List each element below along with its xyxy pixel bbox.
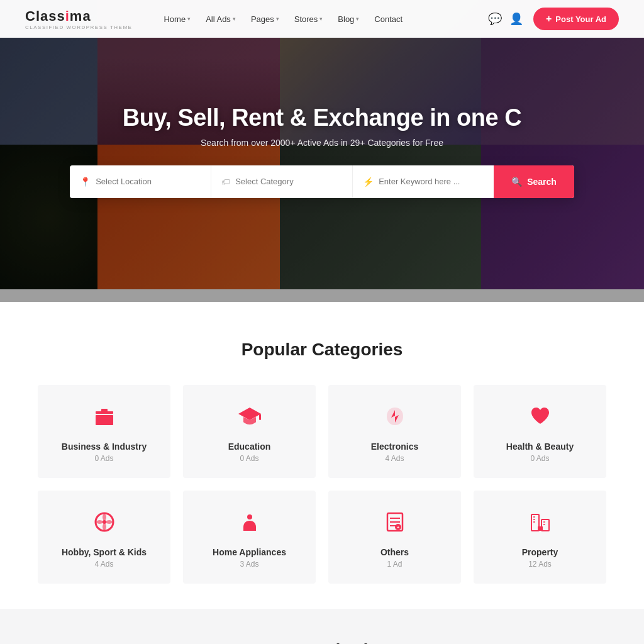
logo[interactable]: Classima Classified WordPress Theme (25, 8, 132, 30)
logo-subtitle: Classified WordPress Theme (25, 25, 132, 30)
hero-section: Buy, Sell, Rent & Exchange in one C Sear… (0, 0, 644, 302)
health-count: 0 Ads (530, 454, 549, 463)
hero-subtitle: Search from over 2000+ Active Ads in 29+… (70, 138, 574, 148)
location-icon: 📍 (80, 177, 91, 187)
category-home-appliances[interactable]: Home Appliances 3 Ads (183, 491, 316, 584)
category-hobby[interactable]: Hobby, Sport & Kids 4 Ads (38, 491, 170, 584)
nav-all-ads[interactable]: All Ads ▾ (199, 12, 242, 26)
others-count: 1 Ad (387, 560, 402, 569)
others-icon: + (384, 511, 406, 538)
hobby-name: Hobby, Sport & Kids (62, 547, 147, 557)
category-property[interactable]: Property 12 Ads (474, 491, 606, 584)
property-count: 12 Ads (528, 560, 552, 569)
header-icons: 💬 👤 (488, 12, 523, 26)
svg-point-6 (103, 520, 106, 524)
category-others[interactable]: + Others 1 Ad (328, 491, 461, 584)
hero-content: Buy, Sell, Rent & Exchange in one C Sear… (57, 104, 587, 198)
svg-rect-4 (259, 414, 261, 420)
health-name: Health & Beauty (506, 441, 574, 452)
search-btn-icon: 🔍 (511, 177, 522, 187)
electronics-icon (384, 405, 406, 433)
svg-rect-1 (96, 415, 113, 425)
featured-ads-section: Featured Ads (0, 609, 644, 644)
home-appliances-count: 3 Ads (240, 560, 258, 569)
chevron-down-icon: ▾ (276, 16, 279, 22)
category-field[interactable]: 🏷 (211, 165, 353, 198)
others-name: Others (380, 547, 409, 557)
header: Classima Classified WordPress Theme Home… (0, 0, 644, 38)
chat-icon[interactable]: 💬 (488, 12, 502, 26)
svg-rect-2 (101, 409, 108, 413)
category-business[interactable]: Business & Industry 0 Ads (38, 385, 170, 478)
keyword-field[interactable]: ⚡ (353, 165, 494, 198)
chevron-down-icon: ▾ (233, 16, 236, 22)
home-appliances-icon (238, 511, 261, 538)
home-appliances-name: Home Appliances (213, 547, 286, 557)
keyword-input[interactable] (379, 177, 484, 186)
category-input[interactable] (235, 177, 342, 186)
electronics-count: 4 Ads (385, 454, 404, 463)
property-icon (529, 511, 552, 538)
search-button[interactable]: 🔍 Search (494, 165, 574, 198)
svg-marker-3 (238, 408, 261, 420)
chevron-down-icon: ▾ (187, 16, 191, 22)
location-input[interactable] (96, 177, 201, 186)
education-name: Education (228, 441, 271, 452)
main-nav: Home ▾ All Ads ▾ Pages ▾ Stores ▾ Blog ▾… (157, 12, 488, 26)
property-name: Property (522, 547, 558, 557)
nav-home[interactable]: Home ▾ (157, 12, 197, 26)
featured-ads-title: Featured Ads (38, 640, 606, 644)
hero-title: Buy, Sell, Rent & Exchange in one C (70, 104, 574, 131)
svg-rect-21 (538, 526, 543, 531)
business-count: 0 Ads (94, 454, 113, 463)
svg-text:+: + (397, 525, 399, 530)
nav-blog[interactable]: Blog ▾ (331, 12, 365, 26)
logo-text: Classima (25, 8, 132, 25)
svg-point-7 (247, 514, 252, 519)
tag-icon: 🏷 (221, 177, 230, 187)
hobby-count: 4 Ads (94, 560, 113, 569)
chevron-down-icon: ▾ (319, 16, 323, 22)
electronics-name: Electronics (371, 441, 418, 452)
post-ad-button[interactable]: + Post Your Ad (533, 8, 619, 30)
search-icon: ⚡ (363, 177, 374, 187)
education-count: 0 Ads (240, 454, 258, 463)
nav-contact[interactable]: Contact (368, 12, 409, 26)
category-health[interactable]: Health & Beauty 0 Ads (474, 385, 606, 478)
nav-stores[interactable]: Stores ▾ (288, 12, 330, 26)
business-icon (93, 405, 116, 433)
education-icon (238, 405, 261, 433)
user-icon[interactable]: 👤 (509, 12, 523, 26)
hobby-icon (93, 511, 116, 538)
search-bar: 📍 🏷 ⚡ 🔍 Search (70, 165, 574, 198)
location-field[interactable]: 📍 (70, 165, 211, 198)
category-electronics[interactable]: Electronics 4 Ads (328, 385, 461, 478)
nav-pages[interactable]: Pages ▾ (245, 12, 286, 26)
plus-icon: + (546, 13, 552, 25)
category-education[interactable]: Education 0 Ads (183, 385, 316, 478)
categories-grid: Business & Industry 0 Ads Education 0 Ad… (38, 385, 606, 584)
categories-title: Popular Categories (38, 340, 606, 360)
health-icon (529, 405, 552, 433)
popular-categories-section: Popular Categories Business & Industry 0… (0, 302, 644, 609)
business-name: Business & Industry (62, 441, 147, 452)
chevron-down-icon: ▾ (356, 16, 359, 22)
